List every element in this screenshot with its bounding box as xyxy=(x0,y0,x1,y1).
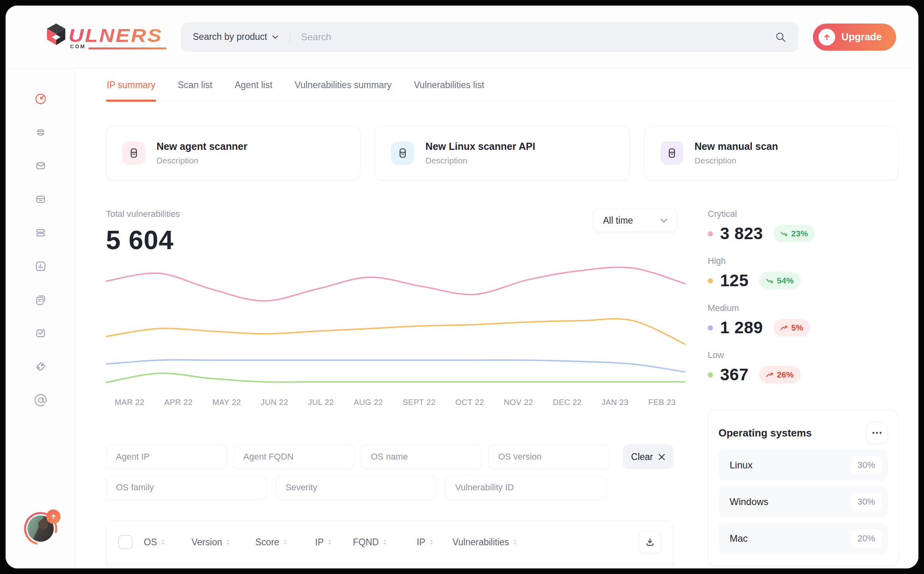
upgrade-label: Upgrade xyxy=(842,31,882,43)
chevron-down-icon xyxy=(272,35,278,39)
sidebar-item-documents[interactable] xyxy=(33,293,48,307)
select-all-checkbox[interactable] xyxy=(118,535,133,549)
column-ip[interactable]: IP xyxy=(315,537,353,548)
filter-os-name[interactable] xyxy=(361,444,482,469)
tab-vulnerabilities-summary[interactable]: Vulnerabilities summary xyxy=(294,77,392,101)
filter-os-version[interactable] xyxy=(488,444,609,469)
card-new-linux-scanner-api[interactable]: New Linux scanner API Description xyxy=(375,126,629,180)
month-label: JUL 22 xyxy=(308,398,334,407)
vulnerabilities-chart xyxy=(106,258,685,389)
card-description: Description xyxy=(157,156,247,165)
tab-vulnerabilities-list[interactable]: Vulnerabilities list xyxy=(413,77,485,101)
stack-icon xyxy=(34,226,47,240)
download-icon xyxy=(645,537,655,547)
trend-up-icon xyxy=(780,325,788,330)
brand-cube-icon xyxy=(45,23,67,47)
top-bar: ULNERS COM Search by product Upgrade xyxy=(6,6,918,69)
filter-bar: Clear xyxy=(106,444,685,500)
search-scope-label: Search by product xyxy=(193,31,267,42)
close-icon xyxy=(658,454,665,460)
dashboard-body: Total vulnerabilities 5 604 All time MAR… xyxy=(106,209,899,568)
card-new-agent-scanner[interactable]: New agent scanner Description xyxy=(106,126,360,180)
time-range-select[interactable]: All time xyxy=(593,209,677,232)
sidebar-item-dashboard[interactable] xyxy=(33,92,48,106)
severity-dot xyxy=(708,278,713,283)
column-fqnd[interactable]: FQND xyxy=(353,537,417,548)
scan-icon xyxy=(34,126,47,139)
month-label: FEB 23 xyxy=(648,398,676,407)
trend-badge: 5% xyxy=(773,319,810,336)
brand-logo[interactable]: ULNERS COM xyxy=(45,20,169,54)
os-percentage: 30% xyxy=(851,493,881,511)
clear-filters-button[interactable]: Clear xyxy=(623,444,673,469)
trend-down-icon xyxy=(766,278,773,283)
brand-wordmark: ULNERS xyxy=(69,24,163,46)
avatar-upgrade-badge[interactable] xyxy=(46,509,61,524)
sort-icon xyxy=(283,539,287,545)
card-new-manual-scan[interactable]: New manual scan Description xyxy=(644,126,899,180)
severity-dot xyxy=(708,231,713,236)
os-row-windows[interactable]: Windows 30% xyxy=(718,487,888,517)
filter-agent-ip[interactable] xyxy=(106,444,227,469)
upgrade-button[interactable]: Upgrade xyxy=(813,24,896,51)
results-table: OS Version Score xyxy=(106,521,673,568)
sort-icon xyxy=(328,539,332,545)
sidebar-item-billing[interactable] xyxy=(33,192,48,206)
sort-icon xyxy=(429,539,433,545)
filter-agent-fqdn[interactable] xyxy=(233,444,354,469)
sidebar-item-reports[interactable] xyxy=(33,259,48,273)
search-icon[interactable] xyxy=(775,31,787,43)
column-os[interactable]: OS xyxy=(144,537,192,548)
column-version[interactable]: Version xyxy=(192,537,255,548)
filter-os-family[interactable] xyxy=(106,475,267,500)
severity-panel: Crytical 3 823 23% High 125 54% xyxy=(708,209,899,568)
search-scope-dropdown[interactable]: Search by product xyxy=(193,31,278,42)
filter-severity[interactable] xyxy=(276,475,437,500)
os-panel-menu-button[interactable] xyxy=(866,422,888,444)
sidebar-item-mentions[interactable] xyxy=(33,393,48,407)
search-input[interactable] xyxy=(301,31,775,43)
total-vulnerabilities-label: Total vulnerabilities xyxy=(106,209,180,219)
filter-vulnerability-id[interactable] xyxy=(445,475,606,500)
sidebar-item-mail[interactable] xyxy=(33,159,48,173)
os-row-mac[interactable]: Mac 20% xyxy=(718,523,888,554)
main-content: IP summary Scan list Agent list Vulnerab… xyxy=(76,69,918,568)
time-range-value: All time xyxy=(603,215,633,226)
sidebar-item-scans[interactable] xyxy=(33,125,48,140)
column-ip-2[interactable]: IP xyxy=(417,537,452,548)
month-label: DEC 22 xyxy=(553,398,581,407)
sidebar xyxy=(6,69,76,568)
chevron-down-icon xyxy=(660,218,668,223)
download-button[interactable] xyxy=(639,531,661,553)
global-search-bar: Search by product xyxy=(181,22,799,52)
credit-card-icon xyxy=(34,193,47,206)
operating-systems-panel: Operating systems Linux 30% Windows 30% xyxy=(708,410,899,566)
chart-line-critical xyxy=(106,267,685,301)
tab-ip-summary[interactable]: IP summary xyxy=(106,77,156,101)
tab-agent-list[interactable]: Agent list xyxy=(234,77,273,101)
os-panel-title: Operating systems xyxy=(718,427,812,439)
user-avatar[interactable] xyxy=(23,511,58,546)
severity-stat-low: Low 367 26% xyxy=(708,350,899,384)
scanner-device-icon xyxy=(391,142,414,165)
month-label: NOV 22 xyxy=(504,398,533,407)
sidebar-item-tasks[interactable] xyxy=(33,326,48,340)
severity-stat-medium: Medium 1 289 5% xyxy=(708,303,899,337)
table-header-row: OS Version Score xyxy=(106,521,673,563)
tab-scan-list[interactable]: Scan list xyxy=(177,77,213,101)
os-percentage: 30% xyxy=(851,456,881,474)
month-label: MAR 22 xyxy=(115,398,145,407)
severity-dot xyxy=(708,325,713,330)
card-title: New manual scan xyxy=(695,141,778,152)
column-score[interactable]: Score xyxy=(255,537,315,548)
os-row-linux[interactable]: Linux 30% xyxy=(718,450,888,480)
month-label: JUN 22 xyxy=(261,398,288,407)
trend-down-icon xyxy=(780,231,788,236)
severity-stat-high: High 125 54% xyxy=(708,256,899,290)
arrow-up-icon xyxy=(50,513,57,520)
sidebar-item-tags[interactable] xyxy=(33,360,48,374)
trend-badge: 23% xyxy=(773,225,815,242)
sidebar-item-servers[interactable] xyxy=(33,226,48,240)
column-vulnerabilities[interactable]: Vulnerabilities xyxy=(452,537,540,548)
sort-icon xyxy=(513,539,517,545)
